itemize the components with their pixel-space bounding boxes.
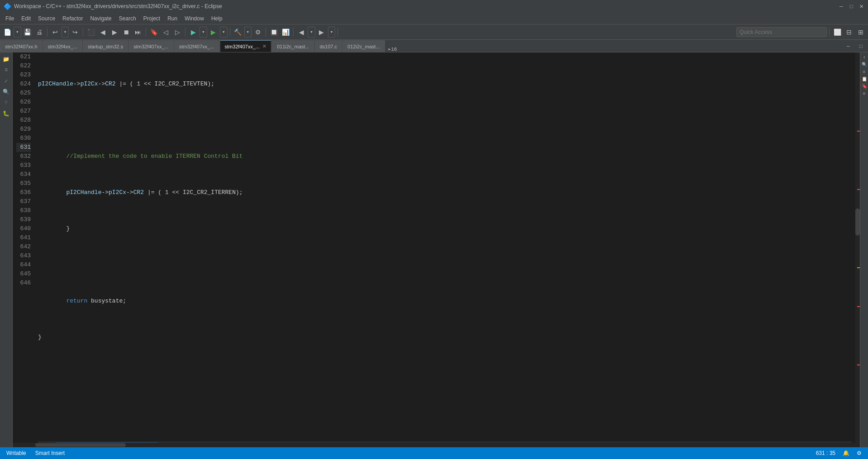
vertical-scrollbar[interactable] [855,52,860,443]
quick-access-input[interactable] [736,27,827,37]
vscroll-thumb[interactable] [855,208,860,236]
debug-btn[interactable]: ▶ [188,27,199,38]
app-icon: 🔷 [4,3,11,10]
status-position[interactable]: 631 : 35 [813,450,838,456]
menu-run[interactable]: Run [164,13,181,24]
print-button[interactable]: 🖨 [34,27,45,38]
tab-overflow[interactable]: ▸ 16 [385,46,400,52]
bookmark-prev-btn[interactable]: ◁ [160,27,171,38]
menu-refactor[interactable]: Refactor [59,13,86,24]
nav-fwd-dropdown[interactable]: ▾ [328,27,336,38]
tab-bar: stm32f407xx.h stm32f4xx_... startup_stm3… [0,40,868,52]
build-btn[interactable]: 🔨 [232,27,243,38]
view-btn[interactable]: 📊 [280,27,291,38]
right-sidebar-btn-6[interactable]: ⊕ [861,90,868,97]
undo-dropdown[interactable]: ▾ [62,27,69,38]
tab-stm32f4xx-1[interactable]: stm32f4xx_... [43,40,82,52]
right-sidebar-btn-3[interactable]: ⚙ [861,69,868,75]
open-perspective-btn[interactable]: ⬜ [832,27,843,38]
redo-btn[interactable]: ↪ [70,27,81,38]
ln-632: 632 [16,152,31,161]
menu-help[interactable]: Help [208,13,226,24]
status-settings-btn[interactable]: ⚙ [854,450,864,456]
undo-btn[interactable]: ↩ [50,27,61,38]
tab-stm32f407xx-h[interactable]: stm32f407xx.h [0,40,43,52]
hscroll-thumb[interactable] [35,443,126,447]
maximize-button[interactable]: □ [848,3,854,9]
sidebar-git-icon[interactable]: ⑂ [1,98,11,108]
ln-643: 643 [16,251,31,260]
toolbar: 📄 ▾ 💾 🖨 ↩ ▾ ↪ ⬛ ◀ ▶ ⏹ ⏭ 🔖 ◁ ▷ ▶ ▾ ▶ ▾ 🔨 … [0,24,868,40]
tab-012i2c[interactable]: 012i2c_mast... [342,40,385,52]
sidebar-search-icon[interactable]: 🔍 [1,87,11,97]
tab-startup[interactable]: startup_stm32.s [83,40,128,52]
scroll-warning-marker [857,267,860,268]
close-button[interactable]: ✕ [858,3,864,9]
sidebar-tasks-icon[interactable]: ✓ [1,76,11,86]
maximize-view-btn[interactable]: ⊞ [855,27,866,38]
editor-minimize-btn[interactable]: ─ [843,41,854,52]
horizontal-scrollbar[interactable] [13,443,860,447]
right-sidebar-btn-5[interactable]: 🔖 [861,83,868,90]
run-dropdown[interactable]: ▾ [220,27,228,38]
status-icon-btn[interactable]: 🔔 [840,450,852,456]
minimize-view-btn[interactable]: ⊟ [844,27,854,38]
sep9 [829,28,830,37]
status-bar: Writable Smart Insert 631 : 35 🔔 ⚙ [0,447,868,459]
next-btn[interactable]: ▶ [109,27,120,38]
sidebar-outline-icon[interactable]: ≡ [1,65,11,75]
code-line-623: //Implement the code to enable ITERREN C… [38,152,852,161]
menu-search[interactable]: Search [115,13,140,24]
save-button[interactable]: 💾 [22,27,33,38]
run-btn[interactable]: ▶ [208,27,219,38]
menu-source[interactable]: Source [34,13,59,24]
menu-edit[interactable]: Edit [18,13,34,24]
right-sidebar-btn-1[interactable]: ⬆ [861,54,868,61]
code-editor[interactable]: 621 622 623 624 625 626 627 628 629 630 … [13,52,860,443]
editor-maximize-btn[interactable]: □ [855,41,866,52]
code-content[interactable]: pI2CHandle->pI2Cx->CR2 |= ( 1 << I2C_CR2… [34,52,855,443]
tab-stm32f407xx-2[interactable]: stm32f407xx_... [128,40,174,52]
menu-window[interactable]: Window [181,13,208,24]
right-sidebar-btn-2[interactable]: 🔍 [861,62,868,68]
menu-navigate[interactable]: Navigate [86,13,115,24]
ln-621: 621 [16,52,31,62]
settings-btn[interactable]: ⚙ [252,27,263,38]
tab-stm32f407xx-3[interactable]: stm32f407xx_... [174,40,219,52]
sidebar-debug-icon[interactable]: 🐛 [1,109,11,118]
nav-back-dropdown[interactable]: ▾ [308,27,315,38]
build-dropdown[interactable]: ▾ [244,27,252,38]
bookmark-btn[interactable]: 🔖 [148,27,159,38]
stop-btn[interactable]: ⏹ [121,27,132,38]
sep7 [293,28,294,37]
tab-011i2c[interactable]: 011i2c_mast... [272,40,314,52]
tab-ds107[interactable]: ds107.c [315,40,342,52]
status-right: 631 : 35 🔔 ⚙ [813,450,864,456]
tab-overflow-count: 16 [391,47,397,52]
tab-stm32f407xx-active[interactable]: stm32f407xx_... ✕ [220,40,272,52]
ln-635: 635 [16,179,31,188]
menu-file[interactable]: File [2,13,18,24]
left-sidebar: 📁 ≡ ✓ 🔍 ⑂ 🐛 [0,52,13,447]
new-button[interactable]: 📄 [2,27,13,38]
skip-btn[interactable]: ⏭ [133,27,143,38]
minimize-button[interactable]: ─ [838,3,844,9]
code-line-621: pI2CHandle->pI2Cx->CR2 |= ( 1 << I2C_CR2… [38,80,852,89]
scroll-error-marker-3 [857,306,860,307]
prev-edit-btn[interactable]: ◀ [97,27,108,38]
status-writable[interactable]: Writable [4,447,29,459]
next-edit-btn[interactable]: ⬛ [85,27,96,38]
new-dropdown[interactable]: ▾ [14,27,21,38]
right-sidebar-btn-4[interactable]: 📋 [861,76,868,82]
sidebar-explorer-icon[interactable]: 📁 [1,54,11,64]
debug-dropdown[interactable]: ▾ [199,27,207,38]
perspective-btn[interactable]: 🔲 [268,27,279,38]
nav-fwd-btn[interactable]: ▶ [316,27,327,38]
ln-622: 622 [16,62,31,71]
bookmark-next-btn[interactable]: ▷ [172,27,183,38]
ln-639: 639 [16,215,31,224]
nav-back-btn[interactable]: ◀ [296,27,307,38]
status-insert-mode[interactable]: Smart Insert [33,447,67,459]
tab-close-active[interactable]: ✕ [262,43,266,49]
menu-project[interactable]: Project [140,13,164,24]
